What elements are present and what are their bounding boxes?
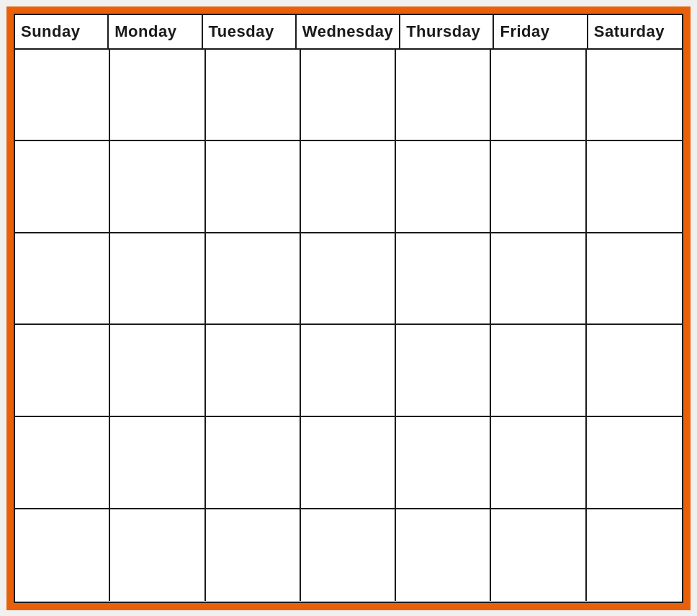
cell-row5-mon[interactable] bbox=[110, 417, 205, 508]
cell-row6-sat[interactable] bbox=[587, 509, 682, 602]
cell-row6-fri[interactable] bbox=[491, 509, 586, 602]
cell-row1-mon[interactable] bbox=[110, 50, 205, 140]
cell-row2-thu[interactable] bbox=[396, 141, 491, 232]
cell-row6-thu[interactable] bbox=[396, 509, 491, 602]
cell-row3-sat[interactable] bbox=[587, 233, 682, 324]
cell-row1-sat[interactable] bbox=[587, 50, 682, 140]
cell-row2-sat[interactable] bbox=[587, 141, 682, 232]
cell-row2-fri[interactable] bbox=[491, 141, 586, 232]
cell-row5-wed[interactable] bbox=[301, 417, 396, 508]
cell-row1-wed[interactable] bbox=[301, 50, 396, 140]
calendar-row-6 bbox=[15, 509, 682, 602]
cell-row1-tue[interactable] bbox=[206, 50, 301, 140]
calendar-row-3 bbox=[15, 233, 682, 326]
cell-row4-sat[interactable] bbox=[587, 325, 682, 416]
cell-row3-sun[interactable] bbox=[15, 233, 110, 324]
cell-row5-tue[interactable] bbox=[206, 417, 301, 508]
calendar-row-1 bbox=[15, 50, 682, 142]
header-wednesday: Wednesday bbox=[297, 15, 400, 48]
cell-row2-wed[interactable] bbox=[301, 141, 396, 232]
header-friday: Friday bbox=[494, 15, 588, 48]
header-saturday: Saturday bbox=[588, 15, 682, 48]
cell-row4-tue[interactable] bbox=[206, 325, 301, 416]
header-tuesday: Tuesday bbox=[203, 15, 297, 48]
header-sunday: Sunday bbox=[15, 15, 109, 48]
cell-row2-sun[interactable] bbox=[15, 141, 110, 232]
calendar-body bbox=[15, 50, 682, 602]
cell-row4-wed[interactable] bbox=[301, 325, 396, 416]
header-monday: Monday bbox=[109, 15, 202, 48]
cell-row1-fri[interactable] bbox=[491, 50, 586, 140]
cell-row3-mon[interactable] bbox=[110, 233, 205, 324]
cell-row4-mon[interactable] bbox=[110, 325, 205, 416]
cell-row6-wed[interactable] bbox=[301, 509, 396, 602]
calendar-container: Sunday Monday Tuesday Wednesday Thursday… bbox=[14, 14, 683, 603]
cell-row2-tue[interactable] bbox=[206, 141, 301, 232]
cell-row4-fri[interactable] bbox=[491, 325, 586, 416]
cell-row2-mon[interactable] bbox=[110, 141, 205, 232]
header-thursday: Thursday bbox=[400, 15, 494, 48]
cell-row6-tue[interactable] bbox=[206, 509, 301, 602]
calendar-row-5 bbox=[15, 417, 682, 509]
cell-row5-sun[interactable] bbox=[15, 417, 110, 508]
calendar-outer-border: Sunday Monday Tuesday Wednesday Thursday… bbox=[6, 6, 691, 610]
cell-row5-thu[interactable] bbox=[396, 417, 491, 508]
calendar-row-4 bbox=[15, 325, 682, 417]
cell-row1-thu[interactable] bbox=[396, 50, 491, 140]
cell-row6-sun[interactable] bbox=[15, 509, 110, 602]
calendar-row-2 bbox=[15, 141, 682, 233]
cell-row6-mon[interactable] bbox=[110, 509, 205, 602]
cell-row5-fri[interactable] bbox=[491, 417, 586, 508]
calendar-header-row: Sunday Monday Tuesday Wednesday Thursday… bbox=[15, 15, 682, 50]
cell-row5-sat[interactable] bbox=[587, 417, 682, 508]
cell-row3-fri[interactable] bbox=[491, 233, 586, 324]
cell-row1-sun[interactable] bbox=[15, 50, 110, 140]
cell-row3-tue[interactable] bbox=[206, 233, 301, 324]
cell-row3-thu[interactable] bbox=[396, 233, 491, 324]
cell-row3-wed[interactable] bbox=[301, 233, 396, 324]
cell-row4-sun[interactable] bbox=[15, 325, 110, 416]
cell-row4-thu[interactable] bbox=[396, 325, 491, 416]
